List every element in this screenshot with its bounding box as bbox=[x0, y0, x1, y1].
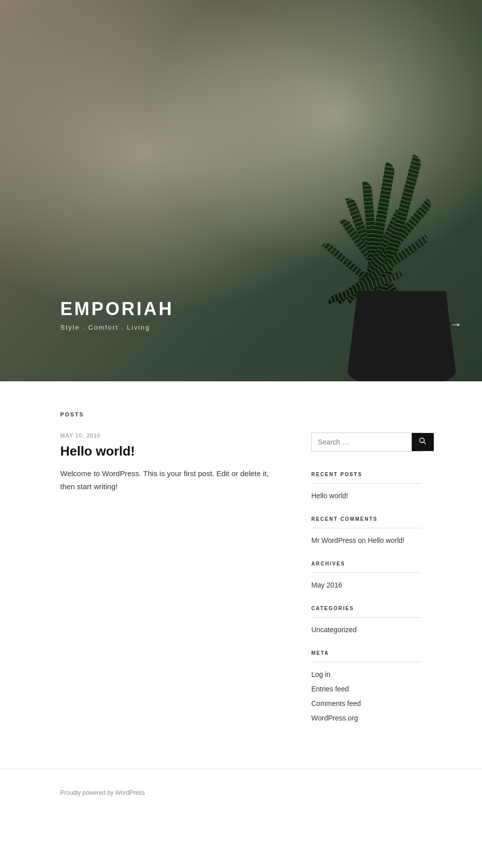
archives-title: ARCHIVES bbox=[311, 561, 422, 573]
meta-link-3[interactable]: WordPress.org bbox=[311, 713, 422, 724]
search-icon bbox=[419, 437, 427, 445]
recent-post-link-0[interactable]: Hello world! bbox=[311, 491, 422, 501]
hero-plant bbox=[231, 55, 482, 381]
meta-link-0[interactable]: Log in bbox=[311, 669, 422, 680]
content-layout: MAY 10, 2016 Hello world! Welcome to Wor… bbox=[60, 432, 422, 739]
hero-background: EMPORIAH Style . Comfort . Living → bbox=[0, 0, 482, 381]
categories-widget: CATEGORIES Uncategorized bbox=[311, 606, 422, 635]
category-link-0[interactable]: Uncategorized bbox=[311, 625, 422, 635]
plant-pot bbox=[346, 291, 457, 381]
archive-link-0[interactable]: May 2016 bbox=[311, 580, 422, 591]
hero-title: EMPORIAH bbox=[60, 299, 174, 320]
archives-widget: ARCHIVES May 2016 bbox=[311, 561, 422, 591]
search-widget bbox=[311, 432, 422, 452]
meta-link-2[interactable]: Comments feed bbox=[311, 698, 422, 709]
post-date: MAY 10, 2016 bbox=[60, 432, 281, 439]
sidebar: RECENT POSTS Hello world! RECENT COMMENT… bbox=[311, 432, 422, 739]
main-wrapper: POSTS MAY 10, 2016 Hello world! Welcome … bbox=[0, 381, 482, 769]
recent-comments-widget: RECENT COMMENTS Mr WordPress on Hello wo… bbox=[311, 516, 422, 546]
recent-comment-link-0[interactable]: Mr WordPress on Hello world! bbox=[311, 535, 422, 546]
svg-line-1 bbox=[424, 442, 426, 444]
post-article: MAY 10, 2016 Hello world! Welcome to Wor… bbox=[60, 432, 281, 493]
hero-text-block: EMPORIAH Style . Comfort . Living bbox=[60, 299, 174, 331]
footer-text: Proudly powered by WordPress bbox=[60, 789, 422, 796]
post-title-link[interactable]: Hello world! bbox=[60, 444, 135, 459]
search-input[interactable] bbox=[312, 433, 412, 451]
categories-title: CATEGORIES bbox=[311, 606, 422, 618]
meta-widget: META Log in Entries feed Comments feed W… bbox=[311, 650, 422, 724]
meta-link-1[interactable]: Entries feed bbox=[311, 684, 422, 694]
recent-posts-title: RECENT POSTS bbox=[311, 472, 422, 484]
footer: Proudly powered by WordPress bbox=[0, 769, 482, 816]
meta-title: META bbox=[311, 650, 422, 662]
post-excerpt: Welcome to WordPress. This is your first… bbox=[60, 467, 281, 493]
recent-posts-widget: RECENT POSTS Hello world! bbox=[311, 472, 422, 501]
hero-section: EMPORIAH Style . Comfort . Living → bbox=[0, 0, 482, 381]
post-title: Hello world! bbox=[60, 444, 281, 459]
hero-next-arrow[interactable]: → bbox=[450, 318, 462, 331]
main-content: MAY 10, 2016 Hello world! Welcome to Wor… bbox=[60, 432, 281, 739]
posts-section-label: POSTS bbox=[60, 411, 422, 417]
hero-subtitle: Style . Comfort . Living bbox=[60, 324, 174, 331]
svg-point-0 bbox=[420, 438, 424, 443]
search-button[interactable] bbox=[412, 433, 434, 451]
recent-comments-title: RECENT COMMENTS bbox=[311, 516, 422, 528]
